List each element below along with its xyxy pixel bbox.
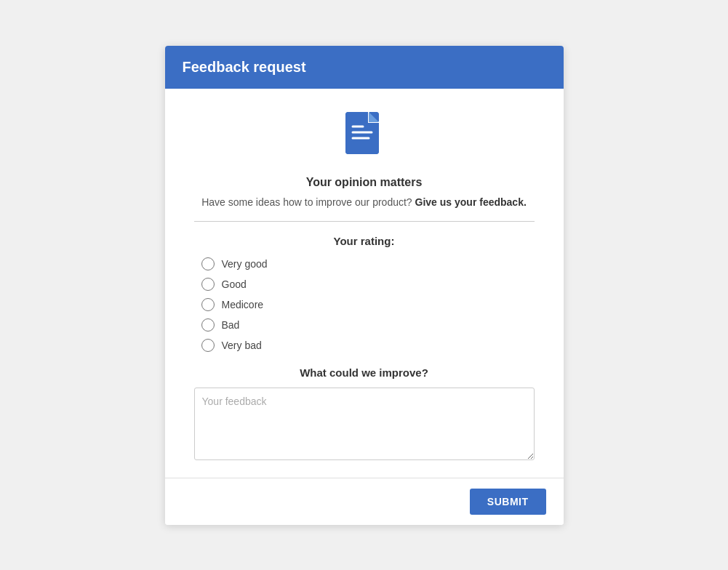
description-text: Have some ideas how to improve our produ… — [201, 196, 527, 208]
radio-option-very-bad[interactable]: Very bad — [201, 339, 535, 352]
radio-group: Very good Good Medicore Bad Very bad — [201, 257, 535, 352]
dialog-body: Your opinion matters Have some ideas how… — [165, 89, 564, 478]
dialog-header: Feedback request — [165, 46, 564, 89]
radio-option-medicore[interactable]: Medicore — [201, 298, 535, 311]
radio-label-very-good: Very good — [222, 258, 268, 270]
document-icon — [343, 111, 386, 164]
description-bold: Give us your feedback. — [415, 196, 527, 208]
submit-button[interactable]: SUBMIT — [470, 489, 546, 515]
radio-very-bad[interactable] — [201, 339, 215, 352]
radio-good[interactable] — [201, 278, 215, 291]
opinion-title: Your opinion matters — [306, 176, 423, 189]
rating-title: Your rating: — [194, 235, 535, 247]
section-divider — [194, 221, 535, 222]
feedback-dialog: Feedback request Your opinion matters Ha… — [165, 46, 564, 525]
radio-bad[interactable] — [201, 318, 215, 332]
radio-label-very-bad: Very bad — [222, 340, 262, 351]
radio-option-good[interactable]: Good — [201, 278, 535, 291]
radio-label-bad: Bad — [222, 319, 240, 331]
radio-option-very-good[interactable]: Very good — [201, 257, 535, 270]
dialog-title: Feedback request — [183, 59, 306, 75]
improve-section: What could we improve? — [194, 366, 535, 463]
radio-medicore[interactable] — [201, 298, 215, 311]
description-part1: Have some ideas how to improve our produ… — [201, 196, 415, 208]
feedback-textarea[interactable] — [194, 388, 535, 460]
radio-label-good: Good — [222, 278, 247, 290]
improve-title: What could we improve? — [194, 366, 535, 379]
dialog-footer: SUBMIT — [165, 478, 564, 525]
radio-very-good[interactable] — [201, 257, 215, 270]
radio-label-medicore: Medicore — [222, 299, 264, 310]
radio-option-bad[interactable]: Bad — [201, 318, 535, 332]
rating-section: Your rating: Very good Good Medicore Bad — [194, 235, 535, 366]
